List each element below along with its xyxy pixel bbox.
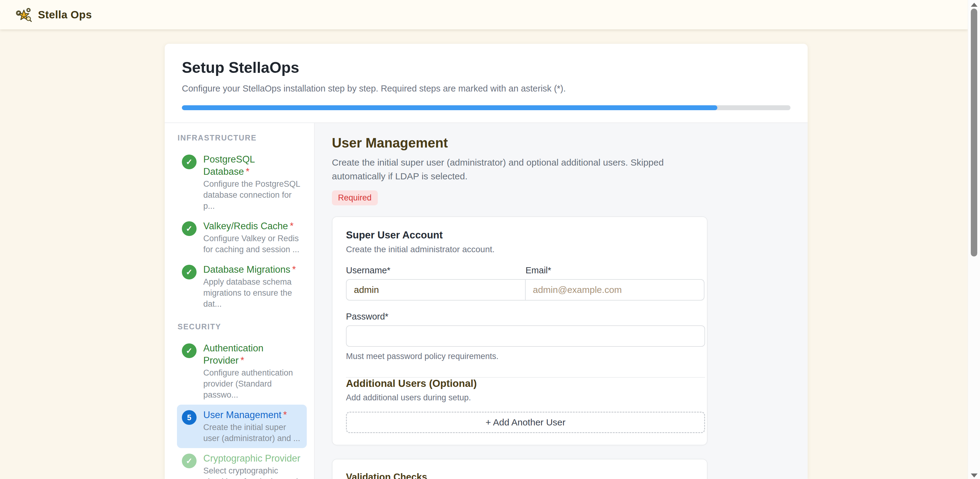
step-title: Authentication Provider <box>203 343 263 366</box>
step-completed-icon: ✓ <box>182 154 197 169</box>
step-completed-icon: ✓ <box>182 265 197 279</box>
password-field[interactable] <box>346 325 705 347</box>
stella-ops-logo-icon <box>15 6 32 23</box>
step-page-title: User Management <box>332 135 808 151</box>
password-label: Password* <box>346 312 705 322</box>
step-description: Configure the PostgreSQL database connec… <box>203 178 302 212</box>
username-field[interactable] <box>346 279 526 301</box>
step-number-badge: 5 <box>182 410 197 425</box>
section-label-infrastructure: INFRASTRUCTURE <box>178 134 307 142</box>
check-icon: ✓ <box>186 157 192 167</box>
validation-checks-card: Validation Checks connectivity Check pas… <box>332 459 708 479</box>
brand-title: Stella Ops <box>38 9 92 21</box>
check-icon: ✓ <box>186 224 192 234</box>
step-description: Create the initial super user (administr… <box>203 422 302 444</box>
setup-progress-fill <box>182 105 718 110</box>
step-text: Cryptographic Provider Select cryptograp… <box>203 452 302 479</box>
step-text: PostgreSQL Database* Configure the Postg… <box>203 153 302 212</box>
sidebar-item-valkey-redis-cache[interactable]: ✓ Valkey/Redis Cache* Configure Valkey o… <box>177 216 307 259</box>
required-asterisk: * <box>246 166 250 177</box>
additional-users-description: Add additional users during setup. <box>346 393 705 403</box>
required-asterisk: * <box>292 264 296 275</box>
check-icon: ✓ <box>186 456 192 466</box>
step-completed-icon: ✓ <box>182 221 197 236</box>
step-description: Configure authentication provider (Stand… <box>203 367 302 400</box>
sidebar-item-postgresql-database[interactable]: ✓ PostgreSQL Database* Configure the Pos… <box>177 149 307 216</box>
scroll-down-arrow-icon[interactable] <box>971 474 978 477</box>
username-label: Username* <box>346 265 526 275</box>
super-user-card: Super User Account Create the initial ad… <box>332 216 708 446</box>
page-subtitle: Configure your StellaOps installation st… <box>182 84 791 94</box>
sidebar-item-user-management[interactable]: 5 User Management* Create the initial su… <box>177 405 307 448</box>
required-asterisk: * <box>283 409 287 420</box>
step-completed-icon: ✓ <box>182 454 197 468</box>
setup-wizard-panel: Setup StellaOps Configure your StellaOps… <box>165 44 808 479</box>
email-label: Email* <box>526 265 705 275</box>
step-text: Authentication Provider* Configure authe… <box>203 342 302 400</box>
step-page-description: Create the initial super user (administr… <box>332 156 669 183</box>
step-content-area: User Management Create the initial super… <box>315 123 808 479</box>
super-user-card-title: Super User Account <box>346 229 694 241</box>
step-text: User Management* Create the initial supe… <box>203 409 302 444</box>
step-title: Cryptographic Provider <box>203 453 300 464</box>
step-text: Database Migrations* Apply database sche… <box>203 264 302 309</box>
app-header: Stella Ops <box>0 0 968 29</box>
setup-header: Setup StellaOps Configure your StellaOps… <box>165 44 808 123</box>
step-description: Configure Valkey or Redis for caching an… <box>203 233 302 255</box>
password-hint: Must meet password policy requirements. <box>346 352 705 361</box>
scroll-up-arrow-icon[interactable] <box>971 3 978 7</box>
step-number: 5 <box>187 413 191 422</box>
sidebar-item-authentication-provider[interactable]: ✓ Authentication Provider* Configure aut… <box>177 338 307 405</box>
email-field[interactable] <box>525 279 705 301</box>
section-label-security: SECURITY <box>178 322 307 331</box>
scrollbar-thumb[interactable] <box>971 9 977 256</box>
sidebar-item-database-migrations[interactable]: ✓ Database Migrations* Apply database sc… <box>177 259 307 314</box>
sidebar-item-cryptographic-provider[interactable]: ✓ Cryptographic Provider Select cryptogr… <box>177 448 307 479</box>
check-icon: ✓ <box>186 346 192 356</box>
step-description: Apply database schema migrations to ensu… <box>203 276 302 309</box>
setup-progress-bar <box>182 105 791 110</box>
super-user-card-description: Create the initial administrator account… <box>346 245 694 255</box>
vertical-scrollbar[interactable] <box>968 0 980 479</box>
step-title: Database Migrations <box>203 264 290 275</box>
required-asterisk: * <box>290 221 294 231</box>
step-completed-icon: ✓ <box>182 344 197 358</box>
steps-sidebar: INFRASTRUCTURE ✓ PostgreSQL Database* Co… <box>165 123 315 479</box>
step-text: Valkey/Redis Cache* Configure Valkey or … <box>203 220 302 255</box>
setup-body: INFRASTRUCTURE ✓ PostgreSQL Database* Co… <box>165 123 808 479</box>
page-title: Setup StellaOps <box>182 59 791 76</box>
add-another-user-button[interactable]: + Add Another User <box>346 412 705 433</box>
additional-users-title: Additional Users (Optional) <box>346 378 705 389</box>
step-title: User Management <box>203 409 282 420</box>
check-icon: ✓ <box>186 267 192 277</box>
step-title: Valkey/Redis Cache <box>203 221 288 231</box>
validation-checks-title: Validation Checks <box>346 472 705 479</box>
step-description: Select cryptographic algorithms for sign… <box>203 465 302 479</box>
required-badge: Required <box>332 190 378 205</box>
required-asterisk: * <box>240 355 244 366</box>
